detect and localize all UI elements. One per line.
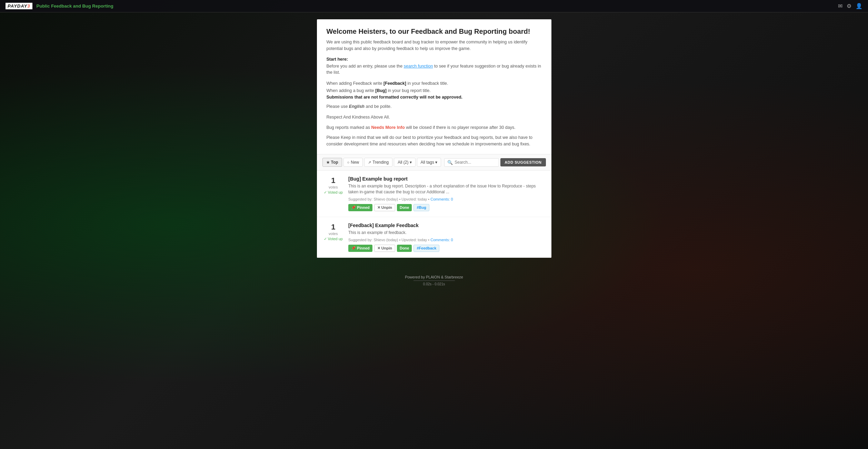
suggestion-item-2: 1 votes ✓ Voted up [Feedback] Example Fe… bbox=[317, 217, 551, 258]
filter-all-button[interactable]: All (2) ▾ bbox=[394, 158, 415, 167]
respect-note: Respect And Kindness Above All. bbox=[327, 114, 542, 121]
filter-trending-label: Trending bbox=[372, 160, 389, 165]
chevron-down-icon-2: ▾ bbox=[435, 160, 437, 165]
vote-section-1: 1 votes ✓ Voted up bbox=[324, 176, 343, 211]
needs-post: will be closed if there is no player res… bbox=[406, 125, 516, 130]
logo-box[interactable]: PAYDAY3 bbox=[6, 3, 32, 9]
suggestion-desc-2: This is an example of feedback. bbox=[348, 230, 545, 236]
feedback-instruction: When adding Feedback write [Feedback] in… bbox=[327, 80, 542, 87]
main-wrapper: Welcome Heisters, to our Feedback and Bu… bbox=[0, 12, 868, 272]
suggester-2: Shievo bbox=[373, 238, 385, 242]
comments-link-1[interactable]: Comments: 0 bbox=[430, 197, 453, 201]
filter-new-button[interactable]: ○ New bbox=[343, 158, 363, 167]
tag-unpin-1[interactable]: ✕ Unpin bbox=[374, 204, 395, 211]
warning-text: Submissions that are not formatted corre… bbox=[327, 95, 542, 100]
suggestion-title-2[interactable]: [Feedback] Example Feedback bbox=[348, 223, 545, 228]
search-box: 🔍 bbox=[444, 158, 499, 167]
footer-timing: 0.02s - 0.021s bbox=[3, 282, 865, 286]
tag-pinned-2[interactable]: 📌 Pinned bbox=[348, 245, 372, 252]
votes-label-2: votes bbox=[329, 232, 338, 236]
suggestion-item-1: 1 votes ✓ Voted up [Bug] Example bug rep… bbox=[317, 171, 551, 217]
start-here-label: Start here: bbox=[327, 57, 542, 62]
suggestion-content-1: [Bug] Example bug report This is an exam… bbox=[348, 176, 545, 211]
search-input[interactable] bbox=[455, 160, 496, 165]
filter-trending-button[interactable]: ↗ Trending bbox=[364, 158, 392, 167]
english-note-2: and be polite. bbox=[366, 104, 391, 109]
filter-bar: ★ Top ○ New ↗ Trending All (2) ▾ All tag… bbox=[317, 154, 551, 171]
footer: Powered by PLAION & Starbreeze 0.02s - 0… bbox=[0, 272, 868, 289]
closing-note: Please Keep in mind that we will do our … bbox=[327, 134, 542, 147]
chevron-down-icon: ▾ bbox=[410, 160, 412, 165]
needs-badge: Needs More Info bbox=[371, 125, 405, 130]
before-add-1: Before you add an entry, please use the bbox=[327, 64, 403, 69]
votes-label-1: votes bbox=[329, 185, 338, 189]
tag-bug-1[interactable]: #Bug bbox=[413, 204, 429, 211]
bug-instr-2: in your bug report title. bbox=[388, 88, 430, 93]
site-title: Public Feedback and Bug Reporting bbox=[37, 3, 113, 9]
filter-all-tags-button[interactable]: All tags ▾ bbox=[417, 158, 441, 167]
welcome-section: Welcome Heisters, to our Feedback and Bu… bbox=[317, 19, 551, 154]
filter-top-button[interactable]: ★ Top bbox=[322, 158, 342, 167]
suggestion-title-1[interactable]: [Bug] Example bug report bbox=[348, 176, 545, 182]
suggestion-list: 1 votes ✓ Voted up [Bug] Example bug rep… bbox=[317, 171, 551, 257]
suggester-1: Shievo bbox=[373, 197, 385, 201]
add-suggestion-button[interactable]: ADD SUGGESTION bbox=[500, 158, 546, 166]
bug-instr-1: When adding a bug write bbox=[327, 88, 374, 93]
suggestion-meta-2: Suggested by: Shievo (today) • Upvoted: … bbox=[348, 238, 545, 242]
tags-row-1: 📌 Pinned ✕ Unpin Done #Bug bbox=[348, 204, 545, 211]
logo-text: PAYDAY3 bbox=[8, 3, 30, 9]
vote-count-2: 1 bbox=[331, 223, 335, 231]
needs-pre: Bug reports marked as bbox=[327, 125, 370, 130]
before-add-text: Before you add an entry, please use the … bbox=[327, 63, 542, 76]
filter-new-label: New bbox=[351, 160, 359, 165]
tag-feedback-2[interactable]: #Feedback bbox=[413, 245, 439, 252]
feedback-instr-1: When adding Feedback write bbox=[327, 81, 382, 86]
search-icon: 🔍 bbox=[447, 160, 453, 165]
suggestion-meta-1: Suggested by: Shievo (today) • Upvoted: … bbox=[348, 197, 545, 201]
trending-icon: ↗ bbox=[368, 160, 371, 165]
bug-instruction: When adding a bug write [Bug] in your bu… bbox=[327, 87, 542, 94]
tag-done-2[interactable]: Done bbox=[397, 245, 412, 252]
voted-up-2: ✓ Voted up bbox=[324, 237, 343, 241]
english-note-1: Please use bbox=[327, 104, 348, 109]
topbar: PAYDAY3 Public Feedback and Bug Reportin… bbox=[0, 0, 868, 12]
circle-icon: ○ bbox=[347, 160, 350, 164]
filter-top-label: Top bbox=[331, 160, 338, 165]
content-panel: Welcome Heisters, to our Feedback and Bu… bbox=[317, 19, 551, 258]
mail-icon[interactable]: ✉ bbox=[838, 3, 842, 9]
logo-number: 3 bbox=[27, 3, 30, 9]
needs-more-info-text: Bug reports marked as Needs More Info wi… bbox=[327, 124, 542, 131]
filter-all-tags-label: All tags bbox=[421, 160, 434, 165]
tag-done-1[interactable]: Done bbox=[397, 204, 412, 211]
powered-by: Powered by PLAION & Starbreeze bbox=[3, 275, 865, 279]
vote-section-2: 1 votes ✓ Voted up bbox=[324, 223, 343, 252]
footer-divider bbox=[413, 280, 455, 281]
welcome-intro: We are using this public feedback board … bbox=[327, 39, 542, 52]
feedback-tag: [Feedback] bbox=[383, 81, 406, 86]
english-bold: English bbox=[349, 104, 365, 109]
suggestion-desc-1: This is an example bug report. Descripti… bbox=[348, 183, 545, 195]
feedback-instr-2: in your feedback title. bbox=[407, 81, 448, 86]
search-function-link[interactable]: search function bbox=[404, 64, 433, 69]
voted-up-1: ✓ Voted up bbox=[324, 190, 343, 195]
vote-count-1: 1 bbox=[331, 177, 335, 184]
user-icon[interactable]: 👤 bbox=[856, 3, 862, 9]
suggestion-content-2: [Feedback] Example Feedback This is an e… bbox=[348, 223, 545, 252]
bug-tag: [Bug] bbox=[375, 88, 387, 93]
filter-all-label: All (2) bbox=[398, 160, 408, 165]
welcome-title: Welcome Heisters, to our Feedback and Bu… bbox=[327, 28, 542, 35]
comments-link-2[interactable]: Comments: 0 bbox=[430, 238, 453, 242]
gear-icon[interactable]: ⚙ bbox=[847, 3, 851, 9]
tag-pinned-1[interactable]: 📌 Pinned bbox=[348, 204, 372, 211]
star-icon: ★ bbox=[326, 160, 330, 165]
topbar-icons: ✉ ⚙ 👤 bbox=[838, 3, 862, 9]
tags-row-2: 📌 Pinned ✕ Unpin Done #Feedback bbox=[348, 245, 545, 252]
english-note: Please use English and be polite. bbox=[327, 103, 542, 110]
tag-unpin-2[interactable]: ✕ Unpin bbox=[374, 245, 395, 252]
